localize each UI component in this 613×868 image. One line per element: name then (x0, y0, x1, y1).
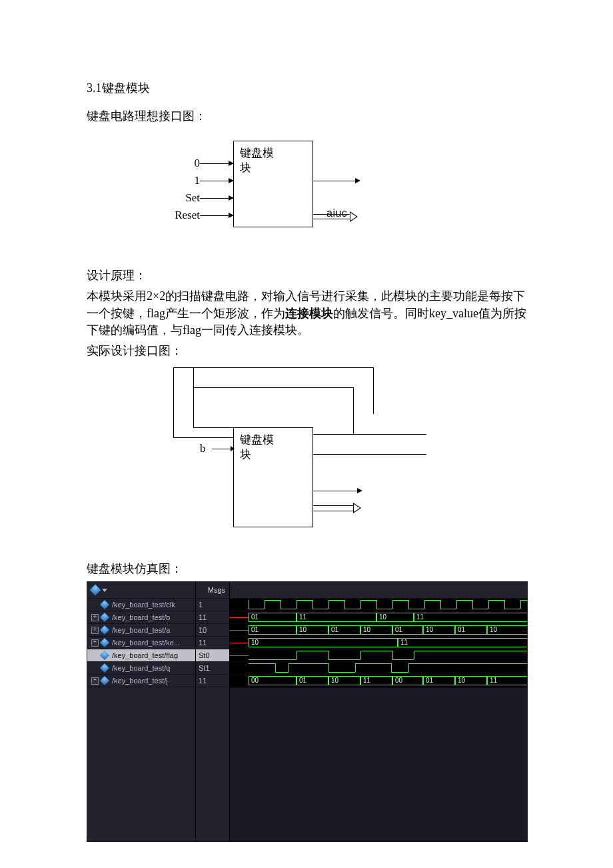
signal-value[interactable]: 10 (196, 624, 229, 637)
signal-pane-header[interactable] (87, 582, 195, 599)
signal-row[interactable]: +/key_board_test/j (87, 675, 195, 687)
arrow-in (200, 181, 233, 181)
signal-diamond-icon (100, 613, 109, 622)
arrow-in (200, 215, 233, 216)
bus-value-label: 01 (394, 626, 402, 634)
bus-value-label: 11 (298, 613, 306, 621)
bus-value-label: 10 (456, 677, 465, 685)
expand-icon[interactable]: + (91, 627, 99, 634)
signal-value[interactable]: 11 (196, 675, 229, 687)
waveform-caption: 键盘模块仿真图： (87, 561, 526, 577)
arrow-out (313, 181, 360, 181)
msgs-header: Msgs (196, 582, 229, 599)
bus-value-label: 01 (250, 613, 259, 621)
signal-name-label: /key_board_test/flag (112, 651, 193, 659)
modelsim-logo-icon (90, 585, 101, 596)
arrow-out-bus (313, 504, 366, 512)
waveform-lane[interactable] (230, 599, 527, 611)
signal-value[interactable]: 11 (196, 637, 229, 649)
signal-diamond-icon (100, 676, 109, 685)
bus-value-label: 10 (362, 626, 370, 634)
signal-diamond-icon (100, 663, 109, 673)
bus-value-label: 00 (394, 677, 402, 685)
waveform-viewer: +/key_board_test/clk+/key_board_test/b+/… (87, 581, 528, 842)
bus-value-label: 10 (250, 639, 259, 647)
bus-value-label: 01 (424, 677, 433, 685)
block-label: 键盘模块 (240, 433, 274, 462)
signal-value[interactable]: St1 (196, 662, 229, 675)
waveform-pane[interactable]: 0111101101100110011001101011000110110001… (230, 582, 527, 841)
bus-value-label: 11 (415, 613, 424, 621)
waveform-lane[interactable]: 0001101100011011 (230, 675, 527, 687)
signal-row[interactable]: +/key_board_test/q (87, 662, 195, 675)
expand-icon[interactable]: + (91, 614, 99, 621)
block-label: 键盘模块 (240, 146, 274, 175)
signal-row[interactable]: +/key_board_test/a (87, 624, 195, 637)
signal-name-label: /key_board_test/clk (112, 601, 193, 609)
input-label-b: b (200, 442, 206, 455)
waveform-lane[interactable]: 1011 (230, 637, 527, 649)
signal-name-label: /key_board_test/a (112, 626, 193, 634)
bus-value-label: 10 (298, 626, 306, 634)
signal-row[interactable]: +/key_board_test/flag (87, 649, 195, 662)
bus-value-label: 01 (250, 626, 259, 634)
bus-value-label: 11 (488, 677, 497, 685)
signal-diamond-icon (100, 625, 109, 635)
signal-name-label: /key_board_test/j (112, 677, 193, 685)
section-title: 3.1键盘模块 (87, 80, 526, 96)
ideal-interface-label: 键盘电路理想接口图： (87, 108, 526, 125)
clipped-text: aiuc (326, 207, 347, 219)
bus-value-label: 10 (424, 626, 433, 634)
signal-row[interactable]: +/key_board_test/clk (87, 599, 195, 611)
bus-value-label: 01 (456, 626, 465, 634)
signal-diamond-icon (100, 651, 109, 660)
actual-interface-label: 实际设计接口图： (87, 343, 526, 359)
waveform-empty-area (230, 687, 527, 841)
signal-diamond-icon (100, 600, 109, 609)
bus-value-label: 01 (330, 626, 338, 634)
arrow-in (200, 163, 233, 164)
signal-value-pane[interactable]: Msgs 1111011St0St111 (196, 582, 230, 841)
bus-value-label: 11 (362, 677, 370, 685)
expand-icon[interactable]: + (91, 639, 99, 647)
signal-name-label: /key_board_test/ke... (112, 639, 193, 647)
signal-value[interactable]: 11 (196, 611, 229, 624)
waveform-lane[interactable]: 0110011001100110 (230, 624, 527, 637)
bus-value-label: 10 (330, 677, 338, 685)
input-label-0: 0 (160, 157, 200, 170)
bus-value-label: 01 (298, 677, 306, 685)
diagram-actual-interface: 键盘模块 b (153, 367, 500, 534)
signal-name-label: /key_board_test/b (112, 613, 193, 621)
bus-value-label: 11 (399, 639, 408, 647)
diagram-ideal-interface: 键盘模块 0 1 Set Reset aiuc (127, 141, 473, 247)
signal-row[interactable]: +/key_board_test/b (87, 611, 195, 624)
waveform-pane-header (230, 582, 527, 599)
signal-diamond-icon (100, 638, 109, 647)
signal-row[interactable]: +/key_board_test/ke... (87, 637, 195, 649)
input-label-reset: Reset (160, 209, 200, 222)
bus-value-label: 00 (250, 677, 259, 685)
signal-name-label: /key_board_test/q (112, 664, 193, 672)
signal-value[interactable]: St0 (196, 649, 229, 662)
waveform-lane[interactable] (230, 649, 527, 662)
expand-icon[interactable]: + (91, 677, 99, 685)
signal-value[interactable]: 1 (196, 599, 229, 611)
bus-value-label: 10 (488, 626, 497, 634)
input-label-1: 1 (160, 174, 200, 187)
waveform-lane[interactable]: 01111011 (230, 611, 527, 624)
input-label-set: Set (160, 191, 200, 205)
chevron-down-icon[interactable] (102, 589, 107, 592)
bus-value-label: 10 (378, 613, 386, 621)
design-principle-title: 设计原理： (87, 267, 526, 284)
signal-name-pane[interactable]: +/key_board_test/clk+/key_board_test/b+/… (87, 582, 196, 841)
waveform-lane[interactable] (230, 662, 527, 675)
arrow-in (200, 198, 233, 199)
design-principle-body: 本模块采用2×2的扫描键盘电路，对输入信号进行采集，此模块的主要功能是每按下一个… (87, 288, 526, 339)
